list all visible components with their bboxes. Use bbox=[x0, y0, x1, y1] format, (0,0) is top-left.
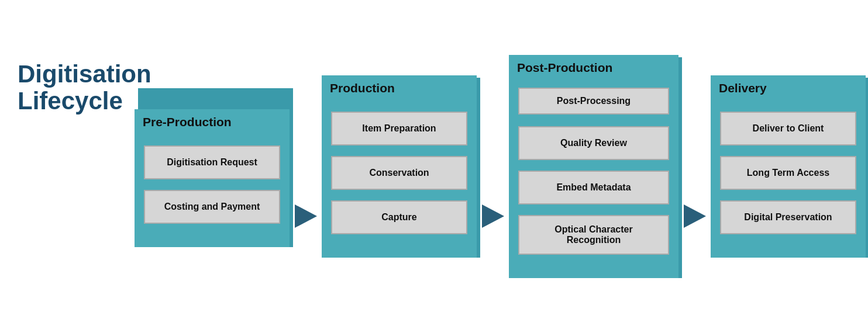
production-header-label: Production bbox=[330, 81, 395, 95]
title-section: Digitisation Lifecycle bbox=[18, 55, 135, 115]
item-costing-payment: Costing and Payment bbox=[144, 190, 280, 224]
pre-production-header-bar: Pre-Production bbox=[135, 109, 290, 134]
page-container: Digitisation Lifecycle Pre-Production Di… bbox=[18, 55, 850, 278]
production-body: Item Preparation Conservation Capture bbox=[322, 100, 477, 258]
item-item-preparation: Item Preparation bbox=[331, 112, 467, 145]
item-deliver-to-client: Deliver to Client bbox=[720, 112, 856, 145]
item-long-term-access: Long Term Access bbox=[720, 156, 856, 190]
post-production-body: Quality Review Embed Metadata Optical Ch… bbox=[509, 119, 678, 278]
post-production-header-bar: Post-Production bbox=[509, 55, 678, 79]
item-capture: Capture bbox=[331, 200, 467, 234]
post-processing-sub-header: Post-Processing bbox=[509, 79, 678, 119]
page-title: Digitisation Lifecycle bbox=[18, 61, 129, 115]
arrow-3-shape bbox=[684, 204, 706, 228]
item-ocr: Optical Character Recognition bbox=[518, 215, 669, 255]
item-digitisation-request: Digitisation Request bbox=[144, 145, 280, 179]
arrow-1 bbox=[290, 105, 322, 228]
lifecycle-group: Pre-Production Digitisation Request Cost… bbox=[135, 55, 850, 278]
delivery-header-bar: Delivery bbox=[711, 75, 866, 100]
production-phase: Production Item Preparation Conservation… bbox=[322, 75, 477, 258]
post-production-header-label: Post-Production bbox=[517, 61, 612, 74]
item-embed-metadata: Embed Metadata bbox=[518, 171, 669, 204]
pre-production-body: Digitisation Request Costing and Payment bbox=[135, 134, 290, 247]
arrow-2 bbox=[477, 105, 509, 228]
arrow-3 bbox=[678, 105, 711, 228]
item-quality-review: Quality Review bbox=[518, 126, 669, 160]
arrow-1-shape bbox=[295, 204, 317, 228]
item-conservation: Conservation bbox=[331, 156, 467, 190]
item-post-processing: Post-Processing bbox=[518, 88, 669, 115]
arrow-2-shape bbox=[482, 204, 504, 228]
item-digital-preservation: Digital Preservation bbox=[720, 200, 856, 234]
production-header-bar: Production bbox=[322, 75, 477, 100]
delivery-body: Deliver to Client Long Term Access Digit… bbox=[711, 100, 866, 258]
pre-production-header-label: Pre-Production bbox=[143, 115, 232, 129]
delivery-header-label: Delivery bbox=[719, 81, 767, 95]
post-production-phase: Post-Production Post-Processing Quality … bbox=[509, 55, 678, 278]
delivery-phase: Delivery Deliver to Client Long Term Acc… bbox=[711, 75, 866, 258]
pre-production-phase: Pre-Production Digitisation Request Cost… bbox=[135, 86, 290, 247]
